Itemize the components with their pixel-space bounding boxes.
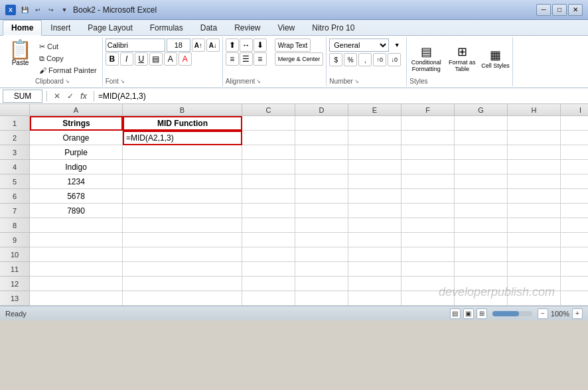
cell-f13[interactable] [402, 291, 455, 306]
alignment-expand-icon[interactable]: ↘ [256, 78, 261, 84]
tab-home[interactable]: Home [3, 20, 42, 36]
cell-f4[interactable] [402, 160, 455, 174]
align-top-button[interactable]: ⬆ [226, 38, 239, 52]
underline-button[interactable]: U [135, 52, 148, 66]
save-quick-btn[interactable]: 💾 [19, 4, 31, 16]
paste-button[interactable]: 📋 Paste [5, 38, 35, 78]
col-header-i[interactable]: I [561, 104, 588, 116]
cell-b6[interactable] [123, 189, 242, 204]
highlight-button[interactable]: A [164, 52, 177, 66]
cell-a3[interactable]: Purple [30, 145, 123, 160]
font-size-input[interactable] [167, 38, 190, 52]
cell-i12[interactable] [561, 277, 588, 291]
font-name-select[interactable] [106, 38, 165, 52]
cell-h12[interactable] [508, 277, 561, 291]
cell-h10[interactable] [508, 247, 561, 262]
cell-g13[interactable] [455, 291, 508, 306]
cell-e9[interactable] [348, 233, 402, 247]
row-header-4[interactable]: 4 [0, 160, 30, 174]
zoom-out-button[interactable]: − [538, 308, 548, 319]
cell-h3[interactable] [508, 145, 561, 160]
close-button[interactable]: ✕ [568, 4, 583, 16]
cell-e13[interactable] [348, 291, 402, 306]
cell-g2[interactable] [455, 131, 508, 145]
tab-insert[interactable]: Insert [42, 20, 79, 35]
merge-center-button[interactable]: Merge & Center [275, 52, 324, 66]
cell-d11[interactable] [295, 262, 348, 277]
col-header-c[interactable]: C [242, 104, 295, 116]
cell-f2[interactable] [402, 131, 455, 145]
cell-h7[interactable] [508, 204, 561, 218]
cell-i8[interactable] [561, 218, 588, 233]
wrap-text-button[interactable]: Wrap Text [275, 38, 311, 52]
col-header-a[interactable]: A [30, 104, 123, 116]
cell-d7[interactable] [295, 204, 348, 218]
cell-d4[interactable] [295, 160, 348, 174]
cell-c12[interactable] [242, 277, 295, 291]
cell-c9[interactable] [242, 233, 295, 247]
cell-i5[interactable] [561, 174, 588, 189]
cell-d12[interactable] [295, 277, 348, 291]
cell-d3[interactable] [295, 145, 348, 160]
cell-h8[interactable] [508, 218, 561, 233]
cell-b2[interactable]: =MID(A2,1,3) [123, 131, 242, 145]
cell-c6[interactable] [242, 189, 295, 204]
cell-i4[interactable] [561, 160, 588, 174]
cell-a13[interactable] [30, 291, 123, 306]
cell-h9[interactable] [508, 233, 561, 247]
cell-c13[interactable] [242, 291, 295, 306]
cell-f5[interactable] [402, 174, 455, 189]
currency-button[interactable]: $ [329, 53, 342, 66]
number-expand-icon[interactable]: ↘ [354, 78, 359, 84]
cell-a5[interactable]: 1234 [30, 174, 123, 189]
row-header-11[interactable]: 11 [0, 262, 30, 277]
cell-f1[interactable] [402, 116, 455, 131]
tab-nitro[interactable]: Nitro Pro 10 [303, 20, 363, 35]
view-break-button[interactable]: ⊞ [477, 308, 487, 319]
row-header-9[interactable]: 9 [0, 233, 30, 247]
font-color-button[interactable]: A [179, 52, 192, 66]
col-header-e[interactable]: E [348, 104, 402, 116]
cell-e11[interactable] [348, 262, 402, 277]
row-header-10[interactable]: 10 [0, 247, 30, 262]
percent-button[interactable]: % [344, 53, 357, 66]
cell-a11[interactable] [30, 262, 123, 277]
formula-input[interactable] [98, 92, 585, 101]
redo-quick-btn[interactable]: ↪ [45, 4, 57, 16]
cell-e3[interactable] [348, 145, 402, 160]
clipboard-expand-icon[interactable]: ↘ [65, 78, 70, 84]
cell-b9[interactable] [123, 233, 242, 247]
cell-e1[interactable] [348, 116, 402, 131]
align-right-button[interactable]: ≡ [254, 52, 267, 66]
maximize-button[interactable]: □ [552, 4, 567, 16]
cell-g8[interactable] [455, 218, 508, 233]
decrease-decimal-button[interactable]: ↓0 [388, 53, 401, 66]
cell-i11[interactable] [561, 262, 588, 277]
cell-b8[interactable] [123, 218, 242, 233]
cell-f12[interactable] [402, 277, 455, 291]
cell-c7[interactable] [242, 204, 295, 218]
cell-h13[interactable] [508, 291, 561, 306]
cell-c8[interactable] [242, 218, 295, 233]
cell-g7[interactable] [455, 204, 508, 218]
row-header-5[interactable]: 5 [0, 174, 30, 189]
cell-g3[interactable] [455, 145, 508, 160]
cell-g9[interactable] [455, 233, 508, 247]
copy-button[interactable]: ⧉ Copy [37, 53, 100, 64]
number-format-select[interactable]: General [329, 38, 389, 52]
cell-h4[interactable] [508, 160, 561, 174]
cell-g11[interactable] [455, 262, 508, 277]
cell-b4[interactable] [123, 160, 242, 174]
cell-styles-button[interactable]: ▦ Cell Styles [481, 48, 510, 69]
cell-a7[interactable]: 7890 [30, 204, 123, 218]
cell-d5[interactable] [295, 174, 348, 189]
cell-e8[interactable] [348, 218, 402, 233]
cell-i9[interactable] [561, 233, 588, 247]
cell-d1[interactable] [295, 116, 348, 131]
format-as-table-button[interactable]: ⊞ Format as Table [445, 44, 478, 72]
cell-a2[interactable]: Orange [30, 131, 123, 145]
font-expand-icon[interactable]: ↘ [120, 78, 125, 84]
tab-review[interactable]: Review [226, 20, 269, 35]
cell-b10[interactable] [123, 247, 242, 262]
cell-a9[interactable] [30, 233, 123, 247]
